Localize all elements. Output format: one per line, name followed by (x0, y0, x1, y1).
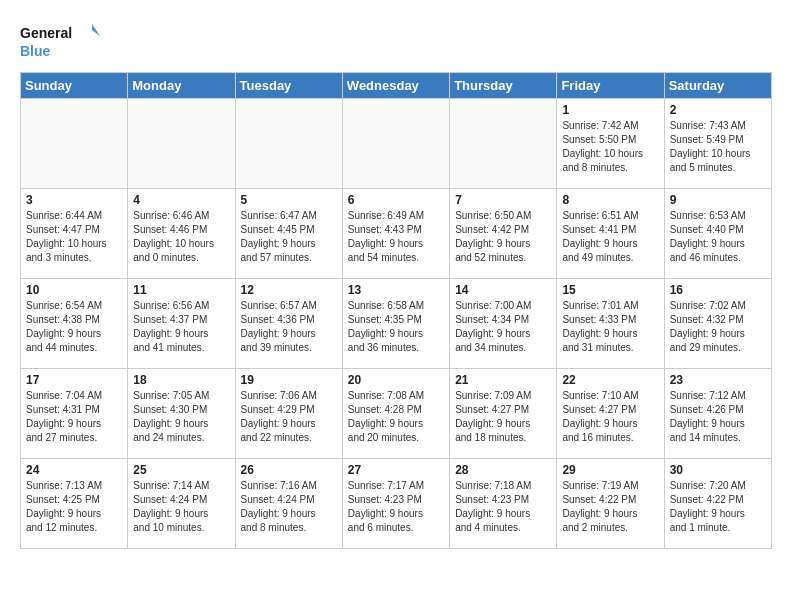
calendar-cell: 13Sunrise: 6:58 AM Sunset: 4:35 PM Dayli… (342, 279, 449, 369)
day-number: 18 (133, 373, 229, 387)
day-number: 30 (670, 463, 766, 477)
day-info: Sunrise: 7:02 AM Sunset: 4:32 PM Dayligh… (670, 299, 766, 355)
day-info: Sunrise: 6:57 AM Sunset: 4:36 PM Dayligh… (241, 299, 337, 355)
calendar-cell: 18Sunrise: 7:05 AM Sunset: 4:30 PM Dayli… (128, 369, 235, 459)
calendar-cell (128, 99, 235, 189)
calendar: SundayMondayTuesdayWednesdayThursdayFrid… (20, 72, 772, 549)
day-number: 29 (562, 463, 658, 477)
weekday-header-sunday: Sunday (21, 73, 128, 99)
calendar-cell: 20Sunrise: 7:08 AM Sunset: 4:28 PM Dayli… (342, 369, 449, 459)
calendar-cell: 2Sunrise: 7:43 AM Sunset: 5:49 PM Daylig… (664, 99, 771, 189)
day-info: Sunrise: 7:42 AM Sunset: 5:50 PM Dayligh… (562, 119, 658, 175)
day-number: 11 (133, 283, 229, 297)
calendar-cell: 3Sunrise: 6:44 AM Sunset: 4:47 PM Daylig… (21, 189, 128, 279)
weekday-header-wednesday: Wednesday (342, 73, 449, 99)
day-number: 24 (26, 463, 122, 477)
calendar-cell: 28Sunrise: 7:18 AM Sunset: 4:23 PM Dayli… (450, 459, 557, 549)
day-number: 23 (670, 373, 766, 387)
day-number: 6 (348, 193, 444, 207)
calendar-cell (21, 99, 128, 189)
day-info: Sunrise: 6:47 AM Sunset: 4:45 PM Dayligh… (241, 209, 337, 265)
day-number: 3 (26, 193, 122, 207)
day-info: Sunrise: 7:06 AM Sunset: 4:29 PM Dayligh… (241, 389, 337, 445)
day-info: Sunrise: 7:16 AM Sunset: 4:24 PM Dayligh… (241, 479, 337, 535)
day-number: 21 (455, 373, 551, 387)
day-number: 9 (670, 193, 766, 207)
day-number: 16 (670, 283, 766, 297)
svg-marker-2 (92, 24, 100, 36)
day-number: 28 (455, 463, 551, 477)
day-info: Sunrise: 7:09 AM Sunset: 4:27 PM Dayligh… (455, 389, 551, 445)
day-number: 8 (562, 193, 658, 207)
day-info: Sunrise: 7:19 AM Sunset: 4:22 PM Dayligh… (562, 479, 658, 535)
day-number: 22 (562, 373, 658, 387)
day-info: Sunrise: 7:13 AM Sunset: 4:25 PM Dayligh… (26, 479, 122, 535)
logo-svg: General Blue (20, 20, 100, 62)
calendar-cell (235, 99, 342, 189)
day-number: 15 (562, 283, 658, 297)
svg-text:Blue: Blue (20, 43, 51, 59)
day-number: 5 (241, 193, 337, 207)
calendar-cell: 26Sunrise: 7:16 AM Sunset: 4:24 PM Dayli… (235, 459, 342, 549)
calendar-cell: 9Sunrise: 6:53 AM Sunset: 4:40 PM Daylig… (664, 189, 771, 279)
day-number: 1 (562, 103, 658, 117)
logo: General Blue (20, 20, 100, 62)
day-number: 19 (241, 373, 337, 387)
day-info: Sunrise: 6:46 AM Sunset: 4:46 PM Dayligh… (133, 209, 229, 265)
svg-text:General: General (20, 25, 72, 41)
calendar-cell: 12Sunrise: 6:57 AM Sunset: 4:36 PM Dayli… (235, 279, 342, 369)
day-info: Sunrise: 6:51 AM Sunset: 4:41 PM Dayligh… (562, 209, 658, 265)
weekday-header-saturday: Saturday (664, 73, 771, 99)
day-number: 25 (133, 463, 229, 477)
weekday-header-thursday: Thursday (450, 73, 557, 99)
calendar-cell: 25Sunrise: 7:14 AM Sunset: 4:24 PM Dayli… (128, 459, 235, 549)
calendar-cell: 24Sunrise: 7:13 AM Sunset: 4:25 PM Dayli… (21, 459, 128, 549)
day-info: Sunrise: 7:14 AM Sunset: 4:24 PM Dayligh… (133, 479, 229, 535)
week-row-2: 10Sunrise: 6:54 AM Sunset: 4:38 PM Dayli… (21, 279, 772, 369)
calendar-cell: 10Sunrise: 6:54 AM Sunset: 4:38 PM Dayli… (21, 279, 128, 369)
calendar-cell: 29Sunrise: 7:19 AM Sunset: 4:22 PM Dayli… (557, 459, 664, 549)
day-number: 2 (670, 103, 766, 117)
day-info: Sunrise: 7:20 AM Sunset: 4:22 PM Dayligh… (670, 479, 766, 535)
day-info: Sunrise: 7:08 AM Sunset: 4:28 PM Dayligh… (348, 389, 444, 445)
day-info: Sunrise: 7:01 AM Sunset: 4:33 PM Dayligh… (562, 299, 658, 355)
day-info: Sunrise: 6:56 AM Sunset: 4:37 PM Dayligh… (133, 299, 229, 355)
day-info: Sunrise: 7:18 AM Sunset: 4:23 PM Dayligh… (455, 479, 551, 535)
day-number: 26 (241, 463, 337, 477)
day-info: Sunrise: 6:58 AM Sunset: 4:35 PM Dayligh… (348, 299, 444, 355)
day-info: Sunrise: 6:54 AM Sunset: 4:38 PM Dayligh… (26, 299, 122, 355)
calendar-cell: 30Sunrise: 7:20 AM Sunset: 4:22 PM Dayli… (664, 459, 771, 549)
calendar-cell (450, 99, 557, 189)
weekday-header-friday: Friday (557, 73, 664, 99)
week-row-4: 24Sunrise: 7:13 AM Sunset: 4:25 PM Dayli… (21, 459, 772, 549)
calendar-cell: 1Sunrise: 7:42 AM Sunset: 5:50 PM Daylig… (557, 99, 664, 189)
day-info: Sunrise: 6:49 AM Sunset: 4:43 PM Dayligh… (348, 209, 444, 265)
calendar-cell: 6Sunrise: 6:49 AM Sunset: 4:43 PM Daylig… (342, 189, 449, 279)
header: General Blue (20, 20, 772, 62)
day-number: 14 (455, 283, 551, 297)
day-info: Sunrise: 6:44 AM Sunset: 4:47 PM Dayligh… (26, 209, 122, 265)
calendar-cell: 8Sunrise: 6:51 AM Sunset: 4:41 PM Daylig… (557, 189, 664, 279)
day-number: 20 (348, 373, 444, 387)
calendar-cell: 17Sunrise: 7:04 AM Sunset: 4:31 PM Dayli… (21, 369, 128, 459)
calendar-cell: 4Sunrise: 6:46 AM Sunset: 4:46 PM Daylig… (128, 189, 235, 279)
day-number: 13 (348, 283, 444, 297)
day-number: 10 (26, 283, 122, 297)
day-number: 4 (133, 193, 229, 207)
calendar-cell: 21Sunrise: 7:09 AM Sunset: 4:27 PM Dayli… (450, 369, 557, 459)
day-number: 12 (241, 283, 337, 297)
day-info: Sunrise: 7:00 AM Sunset: 4:34 PM Dayligh… (455, 299, 551, 355)
calendar-cell: 19Sunrise: 7:06 AM Sunset: 4:29 PM Dayli… (235, 369, 342, 459)
day-info: Sunrise: 7:04 AM Sunset: 4:31 PM Dayligh… (26, 389, 122, 445)
calendar-cell: 22Sunrise: 7:10 AM Sunset: 4:27 PM Dayli… (557, 369, 664, 459)
weekday-header-row: SundayMondayTuesdayWednesdayThursdayFrid… (21, 73, 772, 99)
calendar-cell: 14Sunrise: 7:00 AM Sunset: 4:34 PM Dayli… (450, 279, 557, 369)
weekday-header-monday: Monday (128, 73, 235, 99)
day-number: 27 (348, 463, 444, 477)
calendar-cell: 23Sunrise: 7:12 AM Sunset: 4:26 PM Dayli… (664, 369, 771, 459)
calendar-cell: 16Sunrise: 7:02 AM Sunset: 4:32 PM Dayli… (664, 279, 771, 369)
day-info: Sunrise: 7:17 AM Sunset: 4:23 PM Dayligh… (348, 479, 444, 535)
week-row-0: 1Sunrise: 7:42 AM Sunset: 5:50 PM Daylig… (21, 99, 772, 189)
calendar-cell (342, 99, 449, 189)
day-info: Sunrise: 7:05 AM Sunset: 4:30 PM Dayligh… (133, 389, 229, 445)
